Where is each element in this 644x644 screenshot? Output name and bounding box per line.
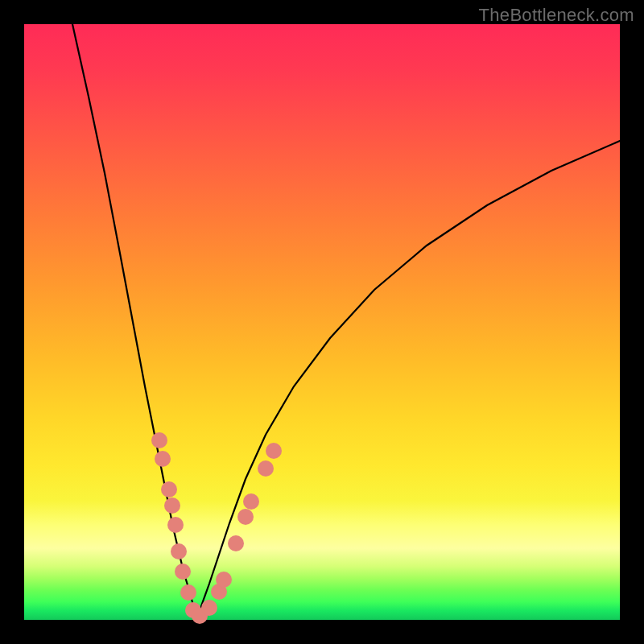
data-bead bbox=[258, 460, 274, 477]
data-bead bbox=[266, 443, 282, 459]
data-bead bbox=[180, 584, 196, 601]
data-bead bbox=[237, 509, 254, 525]
data-bead bbox=[151, 432, 167, 448]
outer-frame: TheBottleneck.com bbox=[0, 0, 644, 644]
data-bead bbox=[243, 493, 259, 510]
data-beads bbox=[151, 432, 282, 624]
watermark-text: TheBottleneck.com bbox=[479, 5, 634, 26]
data-bead bbox=[216, 572, 232, 588]
data-bead bbox=[167, 517, 184, 533]
data-bead bbox=[155, 451, 171, 467]
data-bead bbox=[175, 564, 191, 580]
data-bead bbox=[161, 481, 177, 497]
data-bead bbox=[201, 600, 217, 616]
data-bead bbox=[171, 543, 187, 559]
plot-area bbox=[24, 24, 620, 620]
data-bead bbox=[228, 535, 244, 551]
right-arm-curve bbox=[197, 141, 620, 618]
data-bead bbox=[164, 497, 180, 514]
chart-svg bbox=[24, 24, 620, 620]
